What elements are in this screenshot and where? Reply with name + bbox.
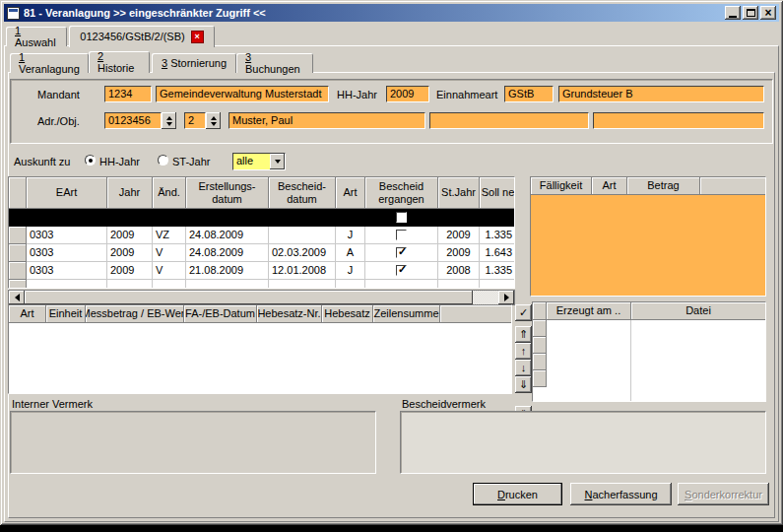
- bescheid-ergangen-checkbox[interactable]: [396, 265, 407, 276]
- drucken-button[interactable]: Drucken: [473, 483, 562, 505]
- tab-buchungen[interactable]: 3 Buchungen: [236, 53, 313, 73]
- history-row-2[interactable]: 0303 2009 V 24.08.2009 02.03.2009 A 2009…: [9, 244, 514, 262]
- drucken-button-label: Drucken: [497, 489, 538, 500]
- down-arrow-icon: ↓: [521, 362, 527, 373]
- close-button[interactable]: ×: [760, 6, 776, 20]
- maximize-button[interactable]: [743, 6, 758, 20]
- history-row-1[interactable]: 0303 2009 VZ 24.08.2009 J 2009 1.335: [9, 227, 514, 244]
- column-header-datei: Datei: [631, 302, 765, 320]
- column-header-hebesatz: Hebesatz: [322, 305, 373, 323]
- interner-vermerk-label: Interner Vermerk: [12, 398, 93, 410]
- scroll-right-button[interactable]: [498, 291, 514, 304]
- messbetrag-table: Art Einheit Messbetrag / EB-Wert FA-/EB-…: [8, 304, 512, 394]
- tab-case[interactable]: 0123456/GStB/2/(SB) ×: [69, 26, 215, 47]
- column-header-erstellungsdatum: Erstellungs-datum: [186, 177, 269, 209]
- column-header-soll: Soll ne: [480, 177, 515, 209]
- messbetrag-body[interactable]: [9, 323, 511, 393]
- check-icon: ✓: [519, 306, 528, 318]
- column-header-selector: [9, 177, 27, 209]
- bescheid-ergangen-checkbox[interactable]: [396, 247, 407, 258]
- mandant-number-field[interactable]: 1234: [104, 86, 152, 102]
- column-header-art: Art: [336, 177, 365, 209]
- close-icon: ×: [764, 8, 771, 18]
- move-up-button[interactable]: ↑: [515, 343, 532, 360]
- spin-down-icon: [211, 122, 217, 126]
- column-header-messbetrag: Messbetrag / EB-Wert: [86, 305, 184, 323]
- chevron-down-icon: [275, 160, 281, 164]
- tab-stornierung[interactable]: 3 Stornierung: [152, 53, 236, 73]
- tab-buchungen-label: 3 Buchungen: [245, 51, 304, 75]
- file-row-selector[interactable]: [533, 370, 547, 387]
- app-window: 81 - Veranlagung >> eingeschränkter Zugr…: [0, 0, 783, 525]
- tab-auswahl-label: 1 Auswahl: [15, 25, 58, 48]
- move-top-button[interactable]: ⇑: [515, 326, 532, 343]
- jahr-filter-value: alle: [233, 154, 270, 169]
- history-table: EArt Jahr Änd. Erstellungs-datum Beschei…: [8, 176, 515, 289]
- adr-spinner[interactable]: [162, 112, 176, 129]
- extra-field-2[interactable]: [593, 112, 764, 129]
- column-header-stjahr: St.Jahr: [438, 177, 480, 209]
- minimize-icon: [729, 16, 737, 18]
- column-header-betrag: Betrag: [627, 177, 700, 195]
- file-row-selector[interactable]: [533, 354, 547, 370]
- history-row-selected[interactable]: [9, 209, 514, 227]
- column-header-bescheiddatum: Bescheid-datum: [269, 177, 336, 209]
- extra-field-1[interactable]: [429, 112, 589, 129]
- scroll-left-button[interactable]: [9, 291, 25, 304]
- spin-up-icon: [211, 116, 217, 120]
- einnahmeart-code-field[interactable]: GStB: [504, 86, 554, 102]
- apply-button[interactable]: ✓: [515, 304, 532, 321]
- obj-spinner[interactable]: [206, 112, 221, 129]
- tab-veranlagung[interactable]: 1 Veranlagung: [10, 53, 89, 73]
- window-title: 81 - Veranlagung >> eingeschränkter Zugr…: [24, 7, 723, 19]
- tab-auswahl[interactable]: 1 Auswahl: [6, 27, 67, 46]
- double-up-arrow-icon: ⇑: [519, 328, 528, 340]
- combo-dropdown-button[interactable]: [270, 154, 285, 169]
- column-header-jahr: Jahr: [107, 177, 153, 209]
- column-header-aend: Änd.: [153, 177, 186, 209]
- up-arrow-icon: ↑: [521, 345, 527, 357]
- left-arrow-icon: [15, 294, 20, 301]
- file-row-selector[interactable]: [533, 320, 547, 337]
- einnahmeart-label: Einnahmeart: [436, 89, 497, 100]
- bescheid-ergangen-checkbox[interactable]: [396, 212, 407, 223]
- history-row-3[interactable]: 0303 2009 V 21.08.2009 12.01.2008 J 2008…: [9, 262, 514, 280]
- mandant-name-field[interactable]: Gemeindeverwaltung Musterstadt: [156, 86, 329, 102]
- title-bar[interactable]: 81 - Veranlagung >> eingeschränkter Zugr…: [4, 4, 779, 22]
- tab-close-button[interactable]: ×: [191, 31, 204, 43]
- spin-down-icon: [166, 122, 172, 126]
- hh-jahr-field[interactable]: 2009: [386, 86, 429, 102]
- einnahmeart-name-field[interactable]: Grundsteuer B: [558, 86, 764, 102]
- sonderkorrektur-button: Sonderkorrektur: [678, 483, 769, 505]
- person-name-field[interactable]: Muster, Paul: [228, 112, 425, 129]
- tab-stornierung-label: 3 Stornierung: [162, 57, 227, 69]
- bescheid-ergangen-checkbox[interactable]: [396, 230, 407, 240]
- files-table: Erzeugt am .. Datei: [532, 301, 766, 402]
- faelligkeit-body[interactable]: [531, 195, 765, 296]
- history-horizontal-scrollbar[interactable]: [8, 290, 515, 305]
- column-header-fael-art: Art: [592, 177, 627, 195]
- adr-obj-label: Adr./Obj.: [37, 115, 80, 127]
- obj-number-field[interactable]: 2: [184, 112, 206, 129]
- column-header-bescheid-ergangen: Bescheidergangen: [365, 177, 438, 209]
- move-bottom-button[interactable]: ⇓: [515, 376, 532, 393]
- scroll-thumb[interactable]: [25, 291, 473, 304]
- jahr-filter-select[interactable]: alle: [232, 153, 286, 170]
- maximize-icon: [747, 9, 755, 17]
- double-down-arrow-icon: ⇓: [519, 378, 528, 390]
- bescheidvermerk-label: Bescheidvermerk: [402, 398, 486, 410]
- tab-historie[interactable]: 2 Historie: [89, 51, 150, 73]
- tab-case-label: 0123456/GStB/2/(SB): [80, 31, 184, 42]
- hh-jahr-radio[interactable]: [85, 155, 96, 166]
- adr-number-field[interactable]: 0123456: [104, 112, 162, 129]
- nacherfassung-button[interactable]: Nacherfassung: [570, 483, 672, 505]
- move-down-button[interactable]: ↓: [515, 360, 532, 376]
- column-header-detail-art: Art: [9, 305, 46, 323]
- st-jahr-radio[interactable]: [158, 155, 168, 166]
- file-row-selector[interactable]: [533, 337, 547, 354]
- bescheidvermerk-textarea[interactable]: [400, 411, 766, 474]
- column-header-erzeugt-am: Erzeugt am ..: [547, 302, 631, 320]
- column-header-fa-eb-datum: FA-/EB-Datum: [184, 305, 257, 323]
- minimize-button[interactable]: [725, 6, 741, 20]
- hh-jahr-label: HH-Jahr: [337, 89, 377, 100]
